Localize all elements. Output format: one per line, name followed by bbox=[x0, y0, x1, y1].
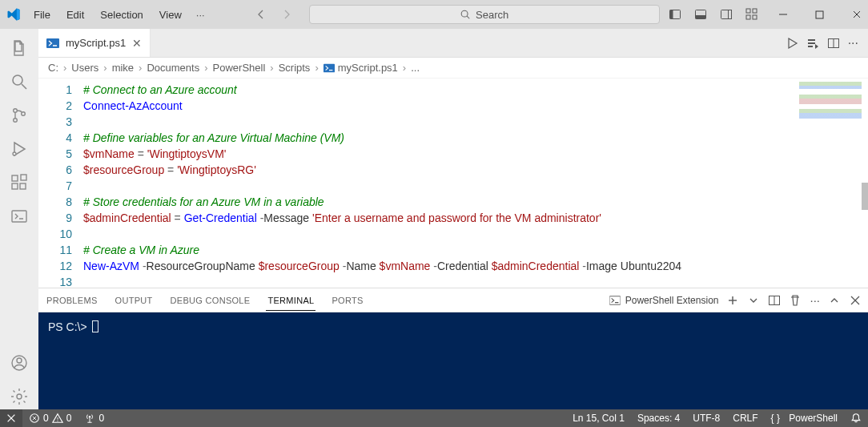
run-debug-icon[interactable] bbox=[6, 136, 32, 162]
terminal-more-icon[interactable]: ··· bbox=[810, 293, 820, 307]
breadcrumb-item[interactable]: C: bbox=[48, 62, 58, 74]
line-number: 11 bbox=[38, 242, 72, 258]
powershell-activity-icon[interactable] bbox=[6, 203, 32, 229]
svg-line-17 bbox=[22, 84, 26, 89]
breadcrumb-item[interactable]: myScript.ps1 bbox=[323, 62, 398, 74]
code-line[interactable]: # Create a VM in Azure bbox=[83, 242, 868, 258]
activity-bar bbox=[0, 29, 38, 409]
svg-rect-6 bbox=[721, 10, 731, 19]
breadcrumb-bar[interactable]: C:›Users›mike›Documents›PowerShell›Scrip… bbox=[38, 58, 868, 79]
chevron-right-icon: › bbox=[403, 62, 406, 74]
source-control-icon[interactable] bbox=[6, 103, 32, 128]
status-indent[interactable]: Spaces: 4 bbox=[631, 413, 686, 424]
svg-rect-30 bbox=[46, 38, 59, 48]
code-line[interactable]: Connect-AzAccount bbox=[83, 98, 868, 114]
nav-forward-button[interactable] bbox=[277, 5, 296, 24]
code-line[interactable] bbox=[83, 114, 868, 130]
status-ports[interactable]: 0 bbox=[78, 413, 111, 424]
breadcrumb-item[interactable]: PowerShell bbox=[213, 62, 266, 74]
code-line[interactable]: $resourceGroup = 'WingtiptoysRG' bbox=[83, 162, 868, 178]
terminal-dropdown-icon[interactable] bbox=[747, 294, 760, 307]
line-number: 2 bbox=[38, 98, 72, 114]
svg-point-20 bbox=[22, 112, 26, 116]
run-selection-icon[interactable] bbox=[806, 37, 819, 50]
window-maximize-button[interactable] bbox=[802, 2, 838, 26]
terminal-prompt: PS C:\> bbox=[48, 320, 90, 333]
status-encoding[interactable]: UTF-8 bbox=[686, 413, 726, 424]
error-icon bbox=[29, 413, 40, 424]
breadcrumb-item[interactable]: ... bbox=[411, 62, 420, 74]
accounts-icon[interactable] bbox=[6, 350, 32, 376]
svg-line-1 bbox=[467, 16, 469, 18]
panel-tab-terminal[interactable]: TERMINAL bbox=[266, 296, 315, 311]
panel-tab-problems[interactable]: PROBLEMS bbox=[45, 296, 99, 305]
panel-close-icon[interactable] bbox=[849, 294, 862, 307]
status-line-col[interactable]: Ln 15, Col 1 bbox=[566, 413, 631, 424]
minimap[interactable] bbox=[799, 82, 862, 119]
code-line[interactable]: $vmName = 'WingtiptoysVM' bbox=[83, 146, 868, 162]
split-editor-icon[interactable] bbox=[827, 37, 840, 50]
code-line[interactable] bbox=[83, 178, 868, 194]
kill-terminal-icon[interactable] bbox=[789, 294, 802, 307]
line-number: 4 bbox=[38, 130, 72, 146]
svg-point-29 bbox=[17, 394, 22, 399]
layout-sidebar-left-icon[interactable] bbox=[663, 2, 687, 26]
code-line[interactable]: $adminCredential = Get-Credential -Messa… bbox=[83, 210, 868, 226]
code-line[interactable]: # Define variables for an Azure Virtual … bbox=[83, 130, 868, 146]
breadcrumb-item[interactable]: Scripts bbox=[279, 62, 311, 74]
panel-tab-debug-console[interactable]: DEBUG CONSOLE bbox=[169, 296, 252, 305]
layout-panel-icon[interactable] bbox=[689, 2, 713, 26]
svg-rect-24 bbox=[20, 183, 26, 189]
editor-tab[interactable]: myScript.ps1 ✕ bbox=[38, 29, 151, 57]
status-errors[interactable]: 0 0 bbox=[22, 413, 78, 424]
scrollbar-thumb[interactable] bbox=[862, 183, 868, 210]
line-number: 5 bbox=[38, 146, 72, 162]
svg-rect-26 bbox=[12, 211, 26, 222]
breadcrumb-item[interactable]: Documents bbox=[147, 62, 199, 74]
remote-indicator[interactable] bbox=[0, 409, 22, 427]
breadcrumb-item[interactable]: mike bbox=[112, 62, 134, 74]
notifications-icon[interactable] bbox=[844, 413, 868, 424]
menu-edit[interactable]: Edit bbox=[60, 6, 90, 24]
new-terminal-icon[interactable] bbox=[726, 294, 739, 307]
terminal-body[interactable]: PS C:\> bbox=[38, 312, 868, 409]
code-content[interactable]: # Connect to an Azure accountConnect-AzA… bbox=[83, 79, 868, 288]
panel-maximize-icon[interactable] bbox=[828, 294, 841, 307]
panel-tab-output[interactable]: OUTPUT bbox=[114, 296, 155, 305]
menu-view[interactable]: View bbox=[153, 6, 188, 24]
code-line[interactable] bbox=[83, 274, 868, 288]
code-line[interactable]: # Store credentials for an Azure VM in a… bbox=[83, 194, 868, 210]
terminal-shell-label[interactable]: PowerShell Extension bbox=[609, 295, 719, 306]
window-close-button[interactable] bbox=[839, 2, 868, 26]
explorer-icon[interactable] bbox=[6, 35, 32, 61]
nav-back-button[interactable] bbox=[251, 5, 271, 24]
run-file-icon[interactable] bbox=[786, 37, 798, 50]
customize-layout-icon[interactable] bbox=[740, 2, 764, 26]
tab-close-button[interactable]: ✕ bbox=[132, 37, 142, 50]
code-line[interactable]: # Connect to an Azure account bbox=[83, 82, 868, 98]
settings-gear-icon[interactable] bbox=[6, 384, 32, 409]
breadcrumb-item[interactable]: Users bbox=[71, 62, 98, 74]
search-activity-icon[interactable] bbox=[6, 69, 32, 95]
svg-rect-22 bbox=[12, 175, 18, 181]
window-minimize-button[interactable] bbox=[766, 2, 801, 26]
svg-rect-7 bbox=[728, 10, 731, 19]
code-line[interactable]: New-AzVM -ResourceGroupName $resourceGro… bbox=[83, 258, 868, 274]
split-terminal-icon[interactable] bbox=[768, 294, 781, 307]
status-eol[interactable]: CRLF bbox=[726, 413, 764, 424]
status-bar: 0 0 0 Ln 15, Col 1 Spaces: 4 UTF-8 CRLF … bbox=[0, 409, 868, 427]
code-line[interactable] bbox=[83, 226, 868, 242]
panel-tab-ports[interactable]: PORTS bbox=[330, 296, 364, 305]
extensions-icon[interactable] bbox=[6, 170, 32, 195]
svg-rect-13 bbox=[816, 11, 823, 18]
menu-file[interactable]: File bbox=[27, 6, 57, 24]
command-center-search[interactable]: Search bbox=[309, 5, 660, 24]
svg-rect-8 bbox=[746, 9, 750, 13]
editor-more-icon[interactable]: ··· bbox=[848, 36, 858, 50]
status-language[interactable]: { } PowerShell bbox=[765, 413, 844, 424]
layout-sidebar-right-icon[interactable] bbox=[714, 2, 738, 26]
menu-selection[interactable]: Selection bbox=[94, 6, 149, 24]
editor-body[interactable]: 12345678910111213 # Connect to an Azure … bbox=[38, 79, 868, 288]
chevron-right-icon: › bbox=[270, 62, 273, 74]
menu-overflow[interactable]: ··· bbox=[191, 6, 210, 24]
